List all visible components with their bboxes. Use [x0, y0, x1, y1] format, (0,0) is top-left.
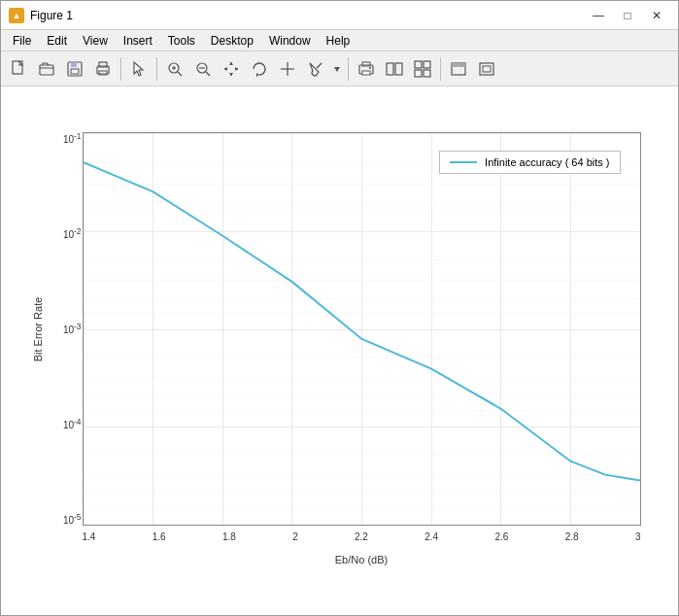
plot-container: Bit Error Rate 10-1 10-2 10-3 10-4 10-5 — [1, 86, 678, 615]
pan-button[interactable] — [218, 55, 245, 83]
y-tick-4: 10-5 — [49, 513, 82, 526]
svg-rect-1 — [40, 65, 53, 75]
menu-view[interactable]: View — [75, 32, 116, 50]
x-axis-label: Eb/No (dB) — [83, 550, 641, 569]
svg-rect-32 — [415, 70, 422, 77]
brush-button[interactable] — [302, 55, 329, 83]
title-bar-buttons: — □ ✕ — [585, 6, 670, 25]
figure-panel-button[interactable] — [381, 55, 408, 83]
x-tick-6: 2.6 — [494, 532, 508, 550]
svg-marker-15 — [229, 62, 233, 65]
svg-line-22 — [317, 63, 322, 68]
print-button[interactable] — [89, 55, 117, 83]
svg-point-27 — [369, 67, 371, 69]
menu-insert[interactable]: Insert — [116, 32, 160, 50]
menu-file[interactable]: File — [5, 32, 39, 50]
dock-button[interactable] — [445, 55, 472, 83]
legend: Infinite accuracy ( 64 bits ) — [439, 151, 620, 174]
menu-bar: File Edit View Insert Tools Desktop Wind… — [1, 30, 678, 51]
grid-h-4 — [84, 525, 640, 526]
close-button[interactable]: ✕ — [643, 6, 670, 25]
legend-label: Infinite accuracy ( 64 bits ) — [485, 156, 609, 168]
svg-marker-23 — [334, 67, 340, 72]
svg-rect-33 — [424, 70, 430, 77]
svg-rect-3 — [71, 62, 77, 67]
grid-v-8 — [640, 133, 641, 525]
menu-help[interactable]: Help — [319, 32, 358, 50]
svg-marker-18 — [235, 67, 238, 71]
legend-line — [450, 161, 477, 163]
svg-line-9 — [178, 72, 182, 76]
ber-curve-svg — [84, 133, 640, 525]
svg-rect-35 — [452, 63, 465, 67]
save-button[interactable] — [61, 55, 88, 83]
pointer-button[interactable] — [125, 55, 153, 83]
zoom-in-button[interactable] — [161, 55, 188, 83]
svg-rect-36 — [480, 63, 493, 75]
menu-desktop[interactable]: Desktop — [203, 32, 261, 50]
plot-tools-button[interactable] — [409, 55, 436, 83]
y-axis-label: Bit Error Rate — [29, 132, 49, 526]
undock-button[interactable] — [473, 55, 500, 83]
y-tick-2: 10-3 — [49, 323, 82, 335]
svg-marker-19 — [256, 73, 259, 77]
window-title: Figure 1 — [30, 9, 585, 22]
svg-rect-31 — [424, 61, 430, 68]
menu-tools[interactable]: Tools — [160, 32, 203, 50]
svg-line-13 — [206, 72, 210, 76]
svg-rect-29 — [395, 63, 402, 75]
toolbar-separator-2 — [156, 57, 157, 81]
title-bar: ▲ Figure 1 — □ ✕ — [1, 1, 678, 30]
x-tick-7: 2.8 — [565, 532, 579, 550]
menu-window[interactable]: Window — [261, 32, 319, 50]
print-figure-button[interactable] — [353, 55, 380, 83]
axes-box: Infinite accuracy ( 64 bits ) — [83, 132, 641, 526]
x-tick-0: 1.4 — [83, 532, 96, 550]
toolbar-separator-1 — [120, 57, 121, 81]
x-tick-labels: 1.4 1.6 1.8 2 2.2 2.4 2.6 2.8 3 — [83, 532, 641, 550]
main-window: ▲ Figure 1 — □ ✕ File Edit View Insert T… — [0, 0, 679, 616]
x-tick-2: 1.8 — [222, 532, 236, 550]
toolbar-separator-3 — [348, 57, 349, 81]
new-button[interactable] — [5, 55, 32, 83]
x-tick-3: 2 — [292, 532, 298, 550]
window-icon: ▲ — [9, 8, 24, 23]
open-button[interactable] — [33, 55, 60, 83]
svg-marker-16 — [229, 73, 233, 76]
svg-rect-28 — [387, 63, 393, 75]
svg-rect-37 — [483, 66, 491, 72]
svg-rect-30 — [415, 61, 422, 68]
y-tick-3: 10-4 — [49, 418, 82, 430]
x-tick-4: 2.2 — [355, 532, 368, 550]
menu-edit[interactable]: Edit — [39, 32, 75, 50]
y-tick-labels: 10-1 10-2 10-3 10-4 10-5 — [49, 132, 82, 526]
minimize-button[interactable]: — — [585, 6, 612, 25]
x-tick-1: 1.6 — [153, 532, 166, 550]
toolbar — [1, 51, 678, 86]
svg-rect-26 — [362, 71, 370, 75]
y-tick-0: 10-1 — [49, 132, 82, 145]
plot-area: Bit Error Rate 10-1 10-2 10-3 10-4 10-5 — [29, 122, 651, 579]
brush-dropdown-button[interactable] — [330, 55, 344, 83]
rotate-button[interactable] — [246, 55, 273, 83]
x-tick-5: 2.4 — [424, 532, 438, 550]
toolbar-separator-4 — [440, 57, 441, 81]
svg-rect-4 — [71, 69, 79, 74]
y-tick-1: 10-2 — [49, 227, 82, 240]
maximize-button[interactable]: □ — [614, 6, 641, 25]
zoom-out-button[interactable] — [189, 55, 217, 83]
data-cursor-button[interactable] — [274, 55, 301, 83]
svg-marker-17 — [224, 67, 227, 71]
x-tick-8: 3 — [635, 532, 641, 550]
